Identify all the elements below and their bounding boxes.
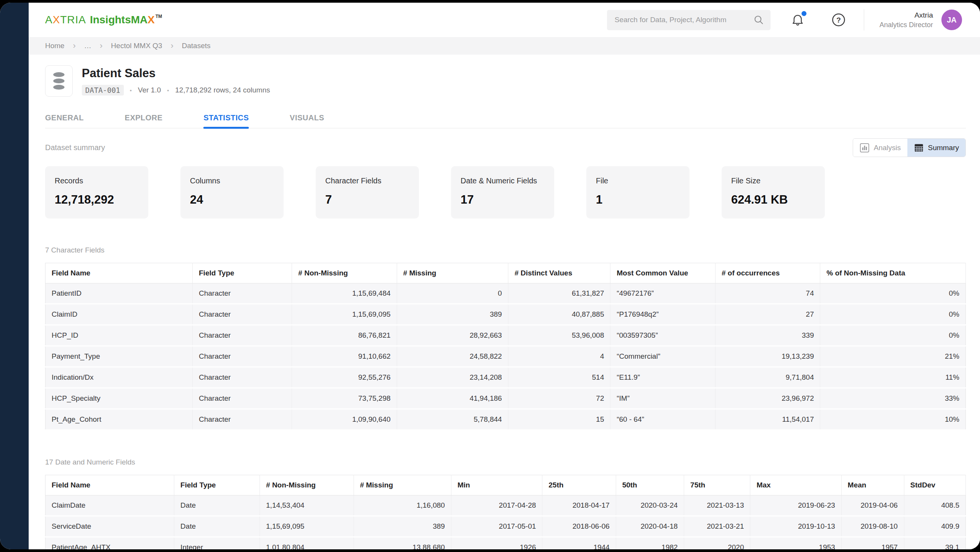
user-avatar[interactable]: JA: [941, 10, 962, 30]
table-cell: 2019-06-23: [750, 495, 841, 516]
table-cell: 92,55,276: [292, 367, 397, 388]
column-header[interactable]: 75th: [684, 475, 750, 495]
table-cell: 9,71,804: [715, 367, 820, 388]
table-cell: 0%: [820, 304, 966, 325]
table-cell: Character: [193, 304, 292, 325]
table-cell: PatientAge_AHTX: [45, 537, 174, 550]
left-sidebar: [0, 3, 29, 549]
breadcrumb-item[interactable]: … ›: [84, 42, 111, 50]
column-header[interactable]: Field Name: [45, 263, 193, 283]
table-cell: 2020-03-24: [616, 495, 684, 516]
column-header[interactable]: Mean: [841, 475, 904, 495]
user-info: Axtria Analytics Director: [879, 10, 933, 29]
table-grid-icon: [914, 143, 924, 153]
table-row: ServiceDateDate1,15,69,0953892017-05-012…: [45, 516, 966, 537]
search-icon[interactable]: [753, 14, 764, 26]
column-header[interactable]: Field Type: [193, 263, 292, 283]
table-header-row: Field Name Field Type # Non-Missing # Mi…: [45, 263, 966, 283]
svg-text:?: ?: [836, 16, 841, 24]
tab[interactable]: VISUALS: [290, 113, 324, 128]
column-header[interactable]: 50th: [616, 475, 684, 495]
table-cell: 39.1: [904, 537, 965, 550]
table-cell: 23,96,972: [715, 388, 820, 409]
table-header-row: Field Name Field Type # Non-Missing # Mi…: [45, 475, 966, 495]
column-header[interactable]: # Missing: [397, 263, 508, 283]
column-header[interactable]: # of occurrences: [715, 263, 820, 283]
notifications-button[interactable]: [788, 10, 807, 29]
table-cell: 40,87,885: [508, 304, 610, 325]
breadcrumb-label[interactable]: Hectol MMX Q3: [111, 42, 162, 50]
breadcrumb-item[interactable]: Hectol MMX Q3 ›: [111, 42, 182, 50]
table-cell: 0%: [820, 283, 966, 304]
column-header[interactable]: 25th: [542, 475, 616, 495]
table-cell: 24,58,822: [397, 346, 508, 367]
breadcrumb-label[interactable]: Home: [45, 42, 65, 50]
table-cell: Character: [193, 409, 292, 430]
table-cell: ClaimDate: [45, 495, 174, 516]
header-divider: [864, 9, 864, 31]
global-search[interactable]: [607, 10, 771, 30]
table-cell: 10%: [820, 409, 966, 430]
analysis-toggle-button[interactable]: Analysis: [853, 139, 907, 157]
table-cell: 2018-06-06: [542, 516, 616, 537]
card-value: 17: [461, 193, 545, 207]
table-cell: 2017-05-01: [451, 516, 542, 537]
table-cell: Date: [174, 495, 260, 516]
screenshot-root: { "colors": { "accent_blue": "#1a73e8", …: [0, 0, 980, 552]
column-header[interactable]: Field Type: [174, 475, 260, 495]
top-bar-actions: ? Axtria Analytics Director JA: [607, 9, 962, 31]
table-cell: “60 - 64”: [610, 409, 716, 430]
table-cell: “003597305”: [610, 325, 716, 346]
search-input[interactable]: [615, 16, 753, 24]
app-logo[interactable]: AXTRIAInsightsMAXTM: [45, 14, 162, 26]
table-cell: 408.5: [904, 495, 965, 516]
table-cell: “49672176”: [610, 283, 716, 304]
column-header[interactable]: % of Non-Missing Data: [820, 263, 966, 283]
tab[interactable]: GENERAL: [45, 113, 84, 128]
character-fields-table: Field Name Field Type # Non-Missing # Mi…: [45, 263, 966, 431]
column-header[interactable]: Field Name: [45, 475, 174, 495]
breadcrumb-item[interactable]: Datasets ›: [182, 42, 211, 50]
database-icon: [50, 71, 67, 91]
dataset-header: Patient Sales DATA-001 • Ver 1.0 • 12,71…: [45, 65, 966, 97]
column-header[interactable]: StdDev: [904, 475, 965, 495]
column-header[interactable]: # Distinct Values: [508, 263, 610, 283]
table-cell: 4: [508, 346, 610, 367]
column-header[interactable]: # Missing: [354, 475, 451, 495]
content-area: Patient Sales DATA-001 • Ver 1.0 • 12,71…: [29, 55, 980, 549]
section-label-numeric-fields: 17 Date and Numeric Fields: [45, 458, 966, 466]
table-cell: “IM”: [610, 388, 716, 409]
card-label: Records: [55, 176, 139, 185]
summary-toggle-button[interactable]: Summary: [907, 139, 965, 157]
meta-separator: •: [130, 87, 132, 94]
summary-card: Date & Numeric Fields 17: [451, 166, 554, 219]
column-header[interactable]: Max: [750, 475, 841, 495]
table-cell: 21%: [820, 346, 966, 367]
table-cell: 91,10,662: [292, 346, 397, 367]
column-header[interactable]: # Non-Missing: [260, 475, 354, 495]
column-header[interactable]: Most Common Value: [610, 263, 716, 283]
main-area: AXTRIAInsightsMAXTM: [29, 3, 980, 549]
page-title: Patient Sales: [82, 66, 270, 80]
tab[interactable]: STATISTICS: [203, 113, 249, 128]
table-cell: 339: [715, 325, 820, 346]
table-cell: “Commercial”: [610, 346, 716, 367]
column-header[interactable]: # Non-Missing: [292, 263, 397, 283]
table-cell: ClaimID: [45, 304, 193, 325]
summary-section-header: Dataset summary Analysis: [45, 138, 966, 157]
table-cell: 23,14,208: [397, 367, 508, 388]
table-cell: 19,13,239: [715, 346, 820, 367]
breadcrumb-label[interactable]: …: [84, 42, 91, 50]
breadcrumb-item[interactable]: Home ›: [45, 42, 84, 50]
user-name: Axtria: [879, 10, 933, 20]
tab-bar: GENERAL EXPLORE STATISTICS VISUALS: [45, 113, 966, 128]
summary-card: Columns 24: [180, 166, 284, 219]
breadcrumb-label[interactable]: Datasets: [182, 42, 211, 50]
help-button[interactable]: ?: [829, 10, 849, 30]
column-header[interactable]: Min: [451, 475, 542, 495]
card-label: File Size: [731, 176, 815, 185]
summary-toggle-label: Summary: [928, 144, 959, 152]
card-label: Character Fields: [325, 176, 409, 185]
view-toggle: Analysis: [853, 138, 966, 157]
tab[interactable]: EXPLORE: [125, 113, 162, 128]
